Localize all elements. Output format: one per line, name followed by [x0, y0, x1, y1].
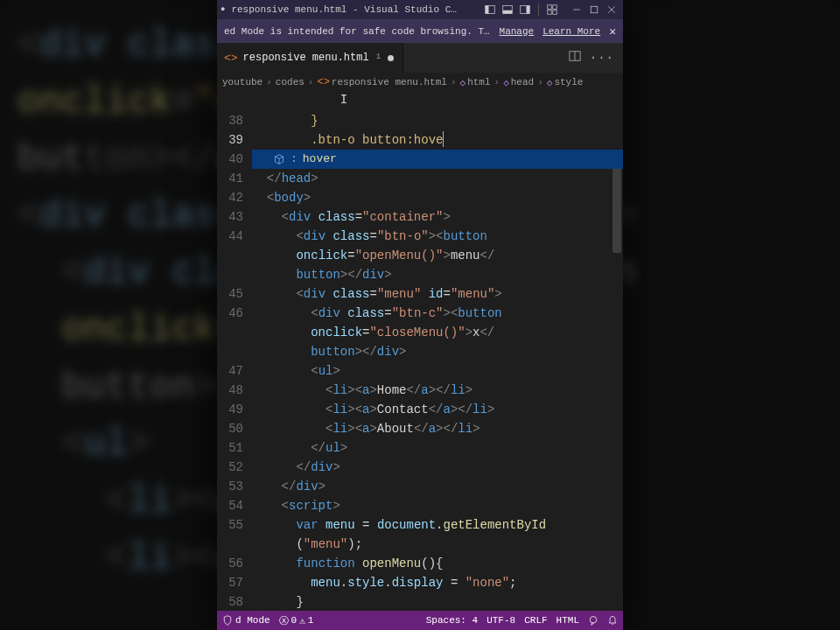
problems-status[interactable]: ⓧ0 ⚠1 [279, 614, 314, 627]
editor-tabs: <> responsive menu.html 1 ··· [217, 43, 623, 73]
trust-message: ed Mode is intended for safe code browsi… [224, 26, 491, 37]
title-sep: - [353, 4, 364, 15]
breadcrumb-symbol[interactable]: html [467, 77, 490, 88]
spaces-indicator[interactable]: Spaces: 4 [426, 615, 478, 626]
status-bar: d Mode ⓧ0 ⚠1 Spaces: 4 UTF-8 CRLF HTML [217, 611, 623, 630]
breadcrumb-file[interactable]: responsive menu.html [332, 77, 447, 88]
html-file-icon: <> [317, 76, 329, 88]
svg-rect-1 [486, 6, 489, 14]
close-icon[interactable]: ✕ [609, 24, 616, 38]
close-button[interactable] [604, 2, 620, 18]
autocomplete-suggestion[interactable]: :hover [252, 150, 623, 169]
svg-rect-9 [553, 10, 557, 15]
maximize-button[interactable] [586, 2, 602, 18]
vscode-window: ● responsive menu.html - Visual Studio C… [217, 0, 623, 630]
title-filename: responsive menu.html [231, 4, 346, 15]
line-number-gutter: 3839404142434445464748495051525354555657… [217, 92, 252, 611]
editor-area[interactable]: 3839404142434445464748495051525354555657… [217, 92, 623, 611]
svg-rect-8 [548, 10, 552, 15]
notifications-icon[interactable] [607, 615, 618, 626]
eol-indicator[interactable]: CRLF [524, 615, 547, 626]
split-editor-icon[interactable] [569, 50, 581, 66]
tab-badge: 1 [374, 52, 382, 61]
breadcrumb-symbol[interactable]: style [554, 77, 583, 88]
svg-point-16 [590, 617, 597, 624]
minimize-button[interactable] [569, 2, 584, 18]
restricted-mode-banner: ed Mode is intended for safe code browsi… [217, 19, 623, 43]
warning-icon: ⚠ [299, 615, 305, 626]
toggle-panel-icon[interactable] [500, 2, 515, 18]
breadcrumb-symbol[interactable]: head [511, 77, 534, 88]
title-bar: ● responsive menu.html - Visual Studio C… [217, 0, 623, 19]
mode-label: d Mode [235, 615, 270, 626]
manage-link[interactable]: Manage [500, 26, 535, 37]
symbol-icon: ◇ [460, 77, 466, 88]
error-icon: ⓧ [279, 614, 289, 627]
title-app: Visual Studio C… [364, 4, 457, 15]
html-file-icon: <> [224, 52, 238, 65]
breadcrumbs[interactable]: youtube› codes› <> responsive menu.html›… [217, 73, 623, 92]
breadcrumb-folder[interactable]: codes [276, 77, 304, 88]
vertical-scrollbar[interactable] [612, 95, 621, 611]
svg-rect-5 [527, 6, 530, 14]
language-indicator[interactable]: HTML [556, 615, 579, 626]
modified-dot-icon [388, 55, 394, 61]
symbol-icon: ◇ [503, 77, 509, 88]
learn-more-link[interactable]: Learn More [542, 26, 600, 37]
svg-rect-3 [503, 10, 513, 14]
window-title: responsive menu.html - Visual Studio C… [231, 4, 479, 15]
svg-rect-7 [553, 5, 557, 10]
more-actions-icon[interactable]: ··· [590, 51, 614, 65]
breadcrumb-folder[interactable]: youtube [222, 77, 262, 88]
symbol-icon: ◇ [547, 77, 553, 88]
svg-rect-11 [591, 6, 598, 13]
tab-responsive-menu[interactable]: <> responsive menu.html 1 [217, 43, 403, 73]
toggle-secondary-sidebar-icon[interactable] [517, 2, 533, 18]
symbol-icon [273, 153, 285, 165]
encoding-indicator[interactable]: UTF-8 [486, 615, 515, 626]
feedback-icon[interactable] [588, 615, 598, 626]
dirty-dot-icon: ● [220, 5, 225, 14]
code-content[interactable]: I } .btn-o button:hove:hover </head> <bo… [252, 92, 623, 611]
tab-label: responsive menu.html [243, 52, 369, 64]
svg-rect-6 [548, 5, 552, 10]
customize-layout-icon[interactable] [544, 2, 560, 18]
toggle-primary-sidebar-icon[interactable] [482, 2, 498, 18]
restricted-mode-status[interactable]: d Mode [222, 615, 270, 626]
